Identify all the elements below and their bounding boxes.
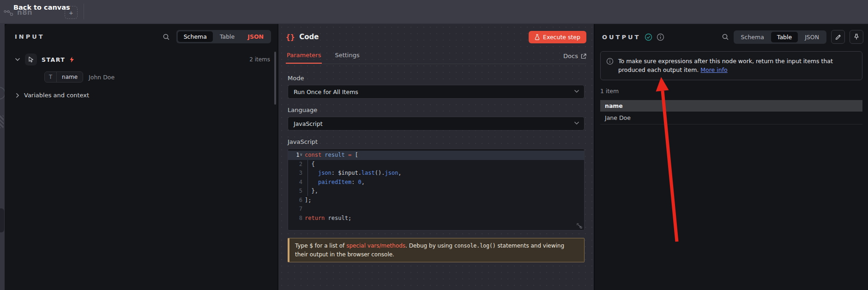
collapsed-panel-handle[interactable] — [0, 208, 4, 232]
edit-output-button[interactable] — [831, 30, 845, 44]
tab-schema[interactable]: Schema — [178, 31, 213, 42]
output-display-mode-tabs: SchemaTableJSON — [734, 30, 826, 44]
mode-label: Mode — [288, 75, 585, 82]
schema-field-value: John Doe — [89, 74, 115, 81]
table-row[interactable]: Jane Doe — [600, 112, 862, 124]
variables-and-context-label: Variables and context — [24, 92, 89, 99]
output-panel-title: OUTPUT — [602, 34, 640, 41]
fold-chevron-icon[interactable]: ∨ — [300, 150, 302, 160]
tab-table[interactable]: Table — [771, 32, 798, 42]
code-line-6[interactable]: 6]; — [288, 196, 584, 205]
tab-table[interactable]: Table — [214, 31, 241, 42]
input-panel: INPUT SchemaTableJSON START 2 items — [5, 24, 277, 290]
input-source-row[interactable]: START 2 items — [5, 48, 277, 65]
line-number: 4 — [288, 178, 305, 187]
line-number: 1∨ — [288, 151, 305, 160]
mode-selected-value: Run Once for All Items — [294, 89, 358, 95]
code-line-text: const result = [ — [305, 151, 358, 160]
canvas-node-partial-striped — [0, 115, 4, 128]
search-icon[interactable] — [722, 33, 729, 41]
chevron-down-icon[interactable] — [15, 58, 20, 61]
node-settings-tabs: Parameters Settings Docs — [286, 49, 586, 64]
code-line-text: return result; — [305, 214, 351, 223]
pin-data-button[interactable] — [850, 30, 863, 44]
indent-guide — [307, 160, 308, 196]
code-line-5[interactable]: 5 }, — [288, 187, 584, 196]
input-panel-header: INPUT SchemaTableJSON — [5, 24, 277, 48]
output-items-count: 1 item — [600, 88, 862, 95]
tab-settings[interactable]: Settings — [334, 49, 360, 64]
chevron-down-icon — [574, 121, 579, 125]
schema-field-row[interactable]: T name John Doe — [44, 71, 277, 83]
code-node-icon: {} — [286, 33, 295, 41]
variables-and-context-row[interactable]: Variables and context — [16, 92, 277, 99]
back-to-canvas-button[interactable]: Back to canvas — [13, 4, 70, 11]
flask-icon — [535, 34, 540, 40]
code-line-4[interactable]: 4 pairedItem: 0, — [288, 178, 584, 187]
table-column-header[interactable]: name — [600, 100, 862, 112]
pin-icon — [854, 34, 859, 40]
success-check-circle-icon — [645, 33, 652, 41]
top-bar: n8n Back to canvas + — [0, 0, 868, 23]
pencil-icon — [835, 34, 841, 40]
code-line-1[interactable]: 1∨const result = [ — [288, 151, 584, 160]
code-line-text: json: $input.last().json, — [305, 169, 402, 178]
node-title: Code — [299, 33, 319, 41]
lightning-icon — [70, 57, 74, 63]
code-line-text: pairedItem: 0, — [305, 178, 365, 187]
input-items-count: 2 items — [249, 56, 270, 63]
text-part: Type $ for a list of — [295, 243, 346, 249]
input-panel-title: INPUT — [15, 33, 45, 40]
input-source-label: START — [42, 56, 65, 63]
line-number: 8 — [288, 214, 305, 223]
editor-hint-callout: Type $ for a list of special vars/method… — [288, 238, 585, 262]
docs-link[interactable]: Docs — [563, 53, 586, 64]
line-number: 6 — [288, 196, 305, 205]
tab-json[interactable]: JSON — [241, 31, 270, 42]
output-table: nameJane Doe — [600, 100, 862, 124]
code-line-7[interactable]: 7 — [288, 205, 584, 214]
code-line-3[interactable]: 3 json: $input.last().json, — [288, 169, 584, 178]
execute-step-button[interactable]: Execute step — [529, 31, 586, 43]
mode-select[interactable]: Run Once for All Items — [288, 85, 585, 99]
code-panel-header: {} Code Execute step Parameters Settings… — [278, 24, 594, 64]
n8n-node-detail-view: n8n Back to canvas + INPUT SchemaTableJS… — [0, 0, 868, 290]
inline-link[interactable]: special vars/methods — [346, 243, 405, 249]
paired-items-callout: To make sure expressions after this node… — [600, 51, 862, 80]
code-line-text: { — [305, 160, 315, 169]
tab-parameters[interactable]: Parameters — [286, 49, 322, 64]
code-line-2[interactable]: 2 { — [288, 160, 584, 169]
code-line-text: ]; — [305, 196, 311, 205]
language-select[interactable]: JavaScript — [288, 117, 585, 130]
resize-grip-icon[interactable] — [577, 223, 582, 229]
code-panel-body: Mode Run Once for All Items Language Jav… — [278, 64, 594, 262]
code-editor[interactable]: 1∨const result = [2 {3 json: $input.last… — [288, 148, 585, 231]
execute-step-label: Execute step — [543, 34, 580, 41]
schema-field-pill[interactable]: T name — [44, 71, 83, 83]
line-number: 5 — [288, 187, 305, 196]
schema-field-name: name — [57, 72, 83, 82]
string-type-icon: T — [45, 72, 57, 82]
output-panel: OUTPUT SchemaTableJSON — [595, 24, 868, 290]
input-scrollbar[interactable] — [274, 52, 276, 105]
info-circle-icon — [606, 58, 614, 65]
docs-label: Docs — [563, 53, 578, 59]
tab-separator — [84, 4, 84, 19]
language-label: Language — [288, 107, 585, 113]
tab-schema[interactable]: Schema — [735, 32, 770, 42]
search-icon[interactable] — [163, 33, 170, 41]
code-line-8[interactable]: 8return result; — [288, 214, 584, 223]
line-number: 3 — [288, 169, 305, 178]
text-part: . Debug by using — [405, 243, 454, 249]
inline-code: console.log() — [454, 243, 496, 249]
inline-link[interactable]: More info — [700, 66, 727, 73]
language-selected-value: JavaScript — [294, 120, 323, 127]
chevron-right-icon[interactable] — [16, 93, 19, 98]
line-number: 2 — [288, 160, 305, 169]
info-circle-icon[interactable] — [657, 33, 664, 41]
paired-items-callout-text: To make sure expressions after this node… — [618, 57, 856, 75]
tab-json[interactable]: JSON — [799, 32, 825, 42]
input-display-mode-tabs: SchemaTableJSON — [176, 30, 271, 43]
output-panel-header: OUTPUT SchemaTableJSON — [595, 24, 868, 48]
external-link-icon — [581, 53, 586, 59]
